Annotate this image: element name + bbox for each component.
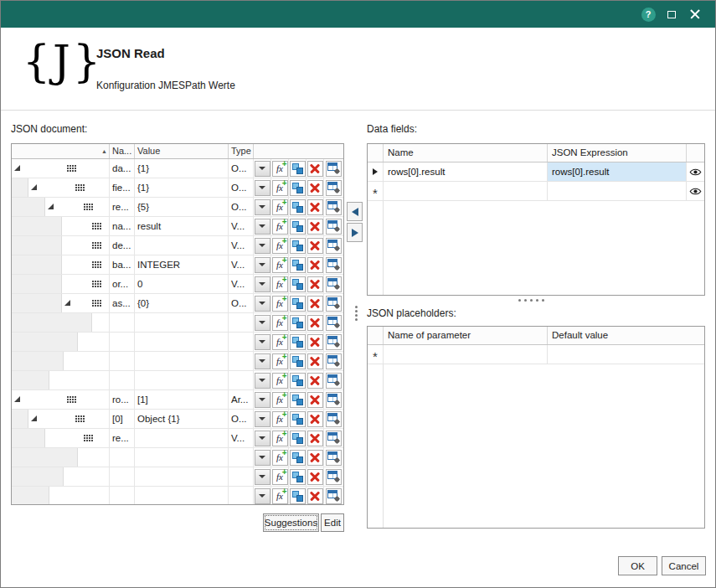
delete-node-button[interactable] — [307, 392, 323, 408]
fx-add-button[interactable]: fx+ — [272, 469, 288, 485]
tree-value-cell[interactable] — [135, 313, 229, 332]
type-dropdown-button[interactable] — [255, 238, 270, 254]
table-settings-button[interactable] — [326, 180, 342, 196]
tree-type-cell[interactable] — [229, 313, 254, 332]
tree-value-cell[interactable] — [135, 333, 229, 351]
tree-name-cell[interactable] — [110, 371, 135, 389]
edit-button[interactable]: Edit — [321, 513, 344, 532]
fx-add-button[interactable]: fx+ — [272, 353, 288, 369]
copy-node-button[interactable] — [290, 450, 306, 466]
tree-value-cell[interactable]: 0 — [135, 275, 229, 293]
type-dropdown-button[interactable] — [255, 180, 270, 196]
tree-value-cell[interactable]: INTEGER — [135, 255, 229, 274]
table-settings-button[interactable] — [326, 161, 342, 177]
type-dropdown-button[interactable] — [255, 450, 270, 466]
tree-value-cell[interactable]: {1} — [135, 178, 229, 197]
preview-eye-button[interactable] — [689, 187, 702, 196]
cancel-button[interactable]: Cancel — [662, 556, 706, 575]
table-settings-button[interactable] — [326, 450, 342, 466]
tree-type-cell[interactable] — [229, 448, 254, 467]
copy-node-button[interactable] — [290, 276, 306, 292]
fx-add-button[interactable]: fx+ — [272, 180, 288, 196]
fx-add-button[interactable]: fx+ — [272, 257, 288, 273]
copy-node-button[interactable] — [290, 219, 306, 235]
table-settings-button[interactable] — [326, 469, 342, 485]
copy-node-button[interactable] — [290, 296, 306, 312]
fx-add-button[interactable]: fx+ — [272, 411, 288, 427]
tree-expander-icon[interactable] — [14, 396, 20, 402]
fx-add-button[interactable]: fx+ — [272, 276, 288, 292]
tree-type-cell[interactable]: V... — [229, 236, 254, 255]
copy-node-button[interactable] — [290, 373, 306, 389]
maximize-button[interactable] — [660, 1, 683, 28]
type-dropdown-button[interactable] — [255, 161, 270, 177]
vertical-splitter-handle[interactable] — [353, 304, 359, 322]
tree-expander-icon[interactable] — [48, 204, 54, 209]
table-settings-button[interactable] — [326, 219, 342, 235]
tree-name-cell[interactable] — [110, 448, 135, 467]
type-dropdown-button[interactable] — [255, 488, 270, 504]
copy-node-button[interactable] — [290, 199, 306, 215]
delete-node-button[interactable] — [307, 450, 323, 466]
type-dropdown-button[interactable] — [255, 469, 270, 485]
fx-add-button[interactable]: fx+ — [272, 431, 288, 446]
copy-node-button[interactable] — [290, 238, 306, 254]
type-dropdown-button[interactable] — [255, 392, 270, 408]
table-settings-button[interactable] — [326, 373, 342, 389]
default-value-column-header[interactable]: Default value — [548, 327, 704, 344]
table-settings-button[interactable] — [326, 238, 342, 254]
close-button[interactable] — [683, 1, 707, 28]
tree-name-cell[interactable] — [110, 352, 135, 370]
parameter-name-cell[interactable] — [384, 345, 548, 364]
help-button[interactable]: ? — [636, 1, 660, 28]
copy-node-button[interactable] — [290, 315, 306, 331]
table-settings-button[interactable] — [326, 353, 342, 369]
table-settings-button[interactable] — [326, 411, 342, 427]
delete-node-button[interactable] — [307, 469, 323, 485]
type-dropdown-button[interactable] — [255, 199, 270, 215]
tree-type-cell[interactable] — [229, 467, 254, 486]
name-column-header[interactable]: Na... — [110, 144, 135, 158]
tree-value-cell[interactable]: {1} — [135, 159, 229, 178]
preview-eye-button[interactable] — [689, 168, 702, 177]
tree-name-cell[interactable]: fie... — [110, 178, 135, 197]
type-dropdown-button[interactable] — [255, 219, 270, 235]
type-dropdown-button[interactable] — [255, 411, 270, 427]
tree-type-cell[interactable]: O... — [229, 294, 254, 312]
tree-value-cell[interactable]: {5} — [135, 198, 229, 216]
tree-type-cell[interactable] — [229, 371, 254, 389]
tree-value-cell[interactable] — [135, 236, 229, 255]
type-column-header[interactable]: Type — [229, 144, 254, 158]
tree-value-cell[interactable] — [135, 467, 229, 486]
type-dropdown-button[interactable] — [255, 373, 270, 389]
tree-name-cell[interactable]: [0] — [110, 410, 135, 428]
ok-button[interactable]: OK — [618, 556, 657, 575]
field-name-cell[interactable]: rows[0].result — [384, 162, 548, 181]
table-settings-button[interactable] — [326, 488, 342, 504]
copy-node-button[interactable] — [290, 431, 306, 446]
tree-name-cell[interactable]: re... — [110, 198, 135, 216]
tree-name-cell[interactable] — [110, 487, 135, 505]
delete-node-button[interactable] — [307, 353, 323, 369]
tree-name-cell[interactable]: as... — [110, 294, 135, 312]
tree-type-cell[interactable]: O... — [229, 198, 254, 216]
fx-add-button[interactable]: fx+ — [272, 219, 288, 235]
table-settings-button[interactable] — [326, 392, 342, 408]
delete-node-button[interactable] — [307, 238, 323, 254]
type-dropdown-button[interactable] — [255, 353, 270, 369]
copy-node-button[interactable] — [290, 469, 306, 485]
table-settings-button[interactable] — [326, 315, 342, 331]
field-expression-cell[interactable]: rows[0].result — [548, 162, 687, 181]
copy-node-button[interactable] — [290, 392, 306, 408]
delete-node-button[interactable] — [307, 488, 323, 504]
delete-node-button[interactable] — [307, 180, 323, 196]
type-dropdown-button[interactable] — [255, 334, 270, 350]
tree-expander-icon[interactable] — [31, 415, 37, 421]
tree-expander-icon[interactable] — [31, 184, 37, 190]
tree-value-cell[interactable]: {0} — [135, 294, 229, 312]
table-settings-button[interactable] — [326, 296, 342, 312]
copy-node-button[interactable] — [290, 353, 306, 369]
tree-name-cell[interactable]: de... — [110, 236, 135, 255]
tree-type-cell[interactable]: V... — [229, 275, 254, 293]
table-settings-button[interactable] — [326, 276, 342, 292]
